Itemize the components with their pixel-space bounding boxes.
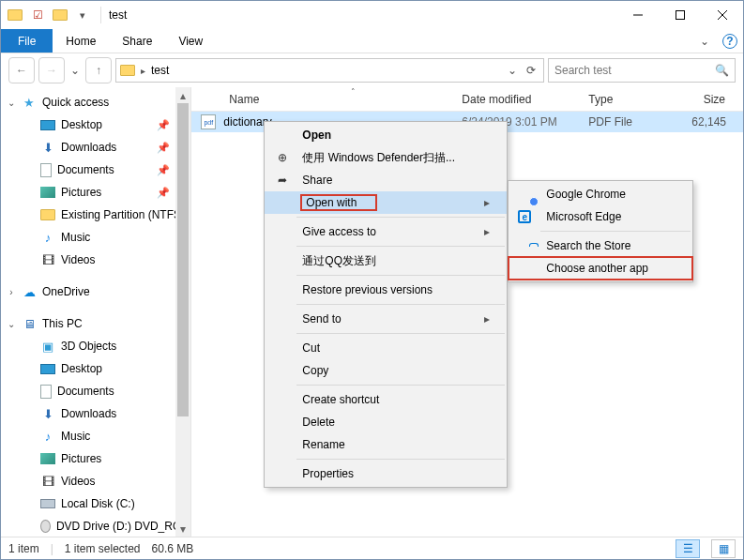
address-bar[interactable]: ▸ test ⌄ ⟳ (115, 58, 544, 83)
chevron-right-icon[interactable]: ▸ (141, 66, 145, 76)
shield-icon: ⊕ (274, 151, 291, 164)
svg-rect-1 (676, 11, 684, 20)
folder-icon (120, 65, 135, 76)
downloads-icon: ⬇ (40, 140, 55, 155)
context-menu: Open ⊕使用 Windows Defender扫描... ➦Share Op… (264, 121, 508, 488)
ctx-delete[interactable]: Delete (265, 411, 507, 433)
ctx-open[interactable]: Open (265, 124, 507, 146)
ctx-copy[interactable]: Copy (265, 359, 507, 382)
tab-share[interactable]: Share (109, 29, 165, 53)
ctx-qq-send[interactable]: 通过QQ发送到 (265, 250, 507, 272)
recent-locations-icon[interactable]: ⌄ (68, 64, 82, 77)
ctx-restore-previous[interactable]: Restore previous versions (265, 279, 507, 301)
file-size-cell: 62,145 (684, 115, 743, 129)
submenu-search-store[interactable]: Search the Store (509, 235, 692, 257)
maximize-button[interactable] (659, 1, 701, 29)
sidebar-item-documents-pc[interactable]: Documents (1, 380, 190, 402)
tab-file[interactable]: File (1, 29, 53, 53)
file-list[interactable]: pdf dictionary 6/24/2019 3:01 PM PDF Fil… (191, 112, 743, 537)
sidebar-item-videos-pc[interactable]: 🎞Videos (1, 470, 190, 492)
sort-indicator-icon: ˄ (351, 87, 356, 97)
videos-icon: 🎞 (40, 474, 55, 489)
sidebar-item-pictures-pc[interactable]: Pictures (1, 447, 190, 470)
explorer-window: ☑ ▾ test File Home Share View ⌄ ? ← → ⌄ … (0, 0, 744, 560)
ctx-cut[interactable]: Cut (265, 337, 507, 359)
desktop-icon (40, 120, 55, 130)
ribbon-tabs: File Home Share View ⌄ ? (1, 29, 743, 53)
col-type[interactable]: Type (581, 87, 684, 111)
qat-dropdown-icon[interactable]: ▾ (72, 5, 93, 25)
back-button[interactable]: ← (8, 57, 35, 83)
col-date-modified[interactable]: Date modified (454, 87, 581, 111)
submenu-microsoft-edge[interactable]: eMicrosoft Edge (509, 205, 692, 228)
separator (100, 7, 101, 23)
music-icon: ♪ (40, 230, 55, 245)
help-icon[interactable]: ? (722, 34, 737, 49)
search-placeholder: Search test (554, 64, 612, 77)
large-icons-view-button[interactable]: ▦ (711, 539, 736, 558)
address-dropdown-icon[interactable]: ⌄ (504, 64, 521, 77)
sidebar-item-downloads-pc[interactable]: ⬇Downloads (1, 402, 190, 425)
ctx-create-shortcut[interactable]: Create shortcut (265, 388, 507, 411)
chevron-right-icon: ▸ (484, 312, 490, 325)
titlebar: ☑ ▾ test (1, 1, 743, 29)
search-input[interactable]: Search test 🔍 (548, 58, 736, 83)
sidebar-item-existing-partition[interactable]: Existing Partition (NTFS) (1, 204, 190, 226)
quick-access-toolbar: ☑ ▾ (1, 5, 97, 25)
chevron-right-icon: ▸ (484, 196, 490, 209)
details-view-button[interactable]: ☰ (676, 539, 700, 558)
search-icon: 🔍 (715, 64, 729, 77)
sidebar-item-3d-objects[interactable]: ▣3D Objects (1, 335, 190, 357)
file-area: ˄ Name Date modified Type Size pdf dicti… (191, 87, 743, 537)
documents-icon (40, 163, 52, 177)
ctx-share[interactable]: ➦Share (265, 169, 507, 191)
pictures-icon (40, 453, 55, 464)
breadcrumb-item[interactable]: test (151, 64, 169, 77)
forward-button[interactable]: → (38, 57, 65, 83)
sidebar-scrollbar[interactable]: ▴ ▾ (175, 87, 190, 537)
tab-home[interactable]: Home (53, 29, 109, 53)
sidebar-item-onedrive[interactable]: ›☁OneDrive (1, 280, 190, 303)
col-size[interactable]: Size (684, 87, 743, 111)
scroll-down-icon[interactable]: ▾ (175, 521, 190, 537)
properties-qat-icon[interactable]: ☑ (27, 5, 48, 25)
new-folder-qat-icon[interactable] (50, 5, 70, 25)
desktop-icon (40, 364, 55, 374)
sidebar-item-pictures[interactable]: Pictures📌 (1, 181, 190, 204)
ctx-send-to[interactable]: Send to▸ (265, 308, 507, 330)
scroll-thumb[interactable] (177, 103, 189, 416)
ctx-rename[interactable]: Rename (265, 433, 507, 456)
sidebar-item-downloads[interactable]: ⬇Downloads📌 (1, 136, 190, 159)
sidebar-item-local-disk[interactable]: Local Disk (C:) (1, 492, 190, 515)
sidebar-item-desktop-pc[interactable]: Desktop (1, 357, 190, 380)
sidebar-item-desktop[interactable]: Desktop📌 (1, 114, 190, 136)
submenu-choose-another-app[interactable]: Choose another app (509, 257, 692, 280)
chevron-right-icon: ▸ (484, 225, 490, 238)
documents-icon (40, 385, 52, 399)
status-item-count: 1 item (8, 542, 39, 555)
refresh-icon[interactable]: ⟳ (523, 64, 539, 77)
sidebar-item-dvd-drive[interactable]: DVD Drive (D:) DVD_ROM (1, 515, 190, 537)
ribbon-expand-icon[interactable]: ⌄ (700, 35, 709, 48)
close-button[interactable] (701, 1, 743, 29)
col-name[interactable]: Name (191, 87, 454, 111)
up-button[interactable]: ↑ (85, 57, 112, 83)
pin-icon: 📌 (157, 119, 170, 131)
drive-icon (40, 499, 55, 508)
sidebar-item-documents[interactable]: Documents📌 (1, 159, 190, 181)
ctx-defender-scan[interactable]: ⊕使用 Windows Defender扫描... (265, 146, 507, 169)
explorer-body: ⌄★Quick access Desktop📌 ⬇Downloads📌 Docu… (1, 87, 743, 537)
share-icon: ➦ (274, 174, 291, 187)
tab-view[interactable]: View (165, 29, 216, 53)
sidebar-item-music-pc[interactable]: ♪Music (1, 425, 190, 447)
sidebar-item-music[interactable]: ♪Music (1, 226, 190, 249)
sidebar-item-this-pc[interactable]: ⌄🖥This PC (1, 312, 190, 335)
scroll-up-icon[interactable]: ▴ (175, 87, 190, 103)
ctx-properties[interactable]: Properties (265, 462, 507, 485)
sidebar-item-quick-access[interactable]: ⌄★Quick access (1, 91, 190, 114)
submenu-google-chrome[interactable]: Google Chrome (509, 183, 692, 205)
sidebar-item-videos[interactable]: 🎞Videos (1, 249, 190, 271)
minimize-button[interactable] (616, 1, 659, 29)
ctx-open-with[interactable]: Open with▸ (265, 191, 507, 214)
ctx-give-access[interactable]: Give access to▸ (265, 220, 507, 243)
